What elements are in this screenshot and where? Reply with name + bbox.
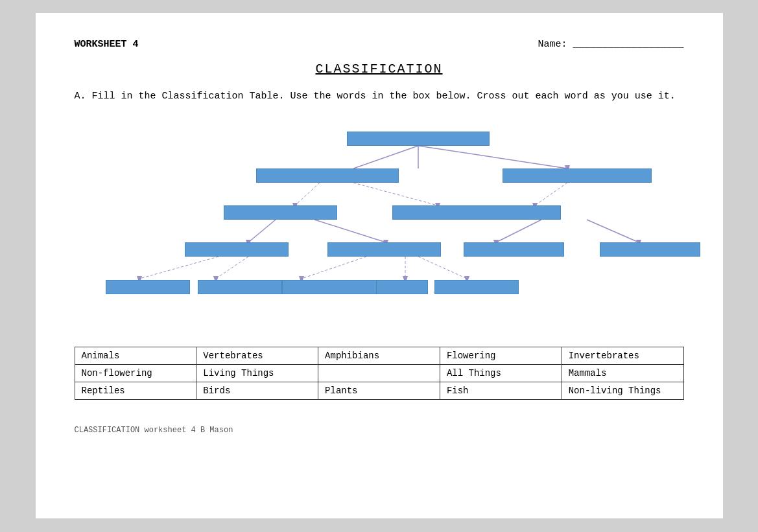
word-cell: Birds	[196, 382, 318, 399]
svg-line-18	[139, 257, 219, 279]
node-l3-mid	[327, 242, 441, 257]
word-cell	[318, 364, 440, 382]
worksheet-page: WORKSHEET 4 Name: ___________________ CL…	[36, 13, 723, 518]
word-cell: All Things	[440, 364, 562, 382]
svg-line-8	[535, 183, 567, 205]
classification-tree	[75, 120, 684, 327]
node-l3-right2	[600, 242, 700, 257]
node-l4-4	[376, 280, 428, 294]
word-cell: Fish	[440, 382, 562, 399]
word-cell: Animals	[75, 347, 196, 364]
svg-line-12	[314, 220, 386, 242]
svg-line-1	[418, 146, 567, 168]
title-area: CLASSIFICATION	[75, 62, 684, 76]
svg-line-6	[353, 183, 438, 205]
word-cell: Flowering	[440, 347, 562, 364]
node-l2-mid	[392, 205, 561, 220]
svg-line-26	[418, 257, 467, 279]
word-cell: Plants	[318, 382, 440, 399]
svg-line-20	[216, 257, 248, 279]
node-l3-left	[185, 242, 289, 257]
word-box-table: AnimalsVertebratesAmphibiansFloweringInv…	[75, 347, 684, 400]
instruction-text: A. Fill in the Classification Table. Use…	[75, 89, 684, 104]
word-cell: Vertebrates	[196, 347, 318, 364]
svg-line-10	[248, 220, 276, 242]
svg-line-14	[496, 220, 541, 242]
node-l3-right1	[464, 242, 564, 257]
node-l1-right	[503, 168, 652, 183]
node-l4-2	[198, 280, 282, 294]
node-root	[347, 132, 490, 146]
svg-line-16	[587, 220, 639, 242]
worksheet-label: WORKSHEET 4	[75, 39, 139, 50]
word-cell: Reptiles	[75, 382, 196, 399]
word-cell: Non-living Things	[562, 382, 683, 399]
svg-line-22	[302, 257, 366, 279]
word-cell: Amphibians	[318, 347, 440, 364]
word-cell: Living Things	[196, 364, 318, 382]
header-row: WORKSHEET 4 Name: ___________________	[75, 39, 684, 50]
footer-text: CLASSIFICATION worksheet 4 B Mason	[75, 426, 684, 435]
page-title: CLASSIFICATION	[315, 62, 442, 76]
node-l1-left	[256, 168, 399, 183]
word-cell: Invertebrates	[562, 347, 683, 364]
svg-line-4	[295, 183, 320, 205]
tree-connectors	[75, 120, 684, 327]
svg-line-0	[353, 146, 418, 168]
word-cell: Mammals	[562, 364, 683, 382]
node-l2-left	[224, 205, 337, 220]
node-l4-1	[106, 280, 190, 294]
node-l4-5	[434, 280, 519, 294]
name-line: Name: ___________________	[538, 39, 683, 50]
word-cell: Non-flowering	[75, 364, 196, 382]
